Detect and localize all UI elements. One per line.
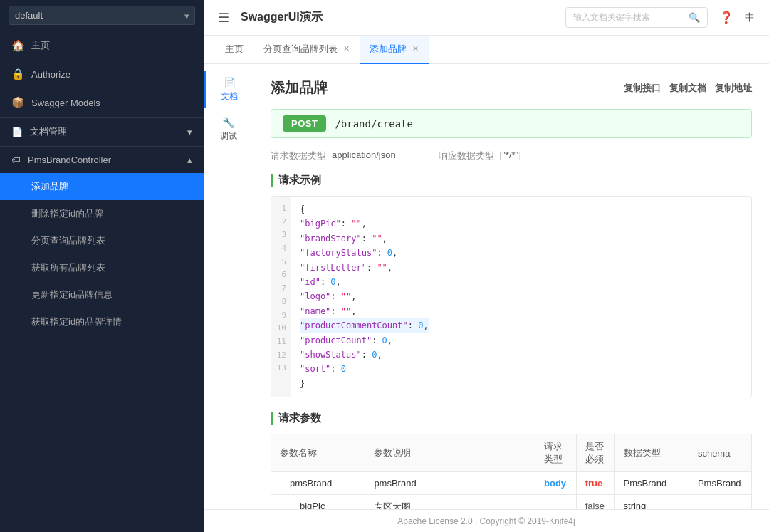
- pms-brand-left: 🏷 PmsBrandController: [11, 155, 111, 165]
- copy-doc-button[interactable]: 复制文档: [669, 82, 706, 95]
- tag-icon: 🏷: [11, 155, 21, 165]
- request-type-value: application/json: [332, 150, 396, 162]
- code-line: "productCommentCount": 0,: [300, 318, 429, 333]
- endpoint-bar: POST /brand/create: [271, 109, 752, 138]
- sidebar-sub-item-get-brand-detail[interactable]: 获取指定id的品牌详情: [0, 308, 204, 335]
- page-title-row: 添加品牌 复制接口 复制文档 复制地址: [271, 78, 752, 98]
- code-line: "name": "",: [300, 304, 429, 318]
- main-content: ☰ SwaggerUI演示 输入文档关键字搜索 🔍 ❓ 中 主页 分页查询品牌列…: [204, 0, 769, 532]
- param-req-type: body: [535, 472, 577, 495]
- sidebar-header: default: [0, 0, 204, 31]
- content-sidebar-doc[interactable]: 📄 文档: [204, 71, 253, 108]
- param-name: bigPic: [271, 495, 365, 509]
- line-num: 1: [276, 202, 286, 216]
- code-line: "logo": "",: [300, 289, 429, 303]
- line-numbers: 1 2 3 4 5 6 7 8 9 10 11 12 13: [271, 197, 291, 397]
- method-badge: POST: [283, 115, 326, 132]
- line-num: 13: [276, 362, 286, 375]
- endpoint-path: /brand/create: [335, 118, 413, 130]
- copy-api-button[interactable]: 复制接口: [624, 82, 661, 95]
- pms-brand-header[interactable]: 🏷 PmsBrandController ▴: [0, 147, 204, 173]
- package-icon: 📦: [11, 96, 24, 109]
- default-select[interactable]: default: [9, 6, 195, 25]
- lang-button[interactable]: 中: [745, 11, 755, 24]
- sidebar-sub-item-page-brand[interactable]: 分页查询品牌列表: [0, 227, 204, 254]
- sub-item-label: 获取指定id的品牌详情: [31, 316, 122, 327]
- response-type-value: ["*/*"]: [500, 150, 521, 162]
- code-line: "factoryStatus": 0,: [300, 246, 429, 260]
- params-table: 参数名称 参数说明 请求 类型 是否 必须 数据类型 schema −: [271, 434, 752, 509]
- doc-manage-left: 📄 文档管理: [11, 125, 67, 138]
- param-name: − pmsBrand: [271, 472, 365, 495]
- tab-close-icon[interactable]: ✕: [343, 44, 350, 53]
- lock-icon: 🔒: [11, 68, 24, 80]
- sidebar-sub-item-get-all-brand[interactable]: 获取所有品牌列表: [0, 254, 204, 281]
- sidebar-sub-item-update-brand[interactable]: 更新指定id品牌信息: [0, 281, 204, 308]
- tabs-bar: 主页 分页查询品牌列表 ✕ 添加品牌 ✕: [204, 36, 769, 64]
- code-block: 1 2 3 4 5 6 7 8 9 10 11 12 13: [271, 196, 752, 397]
- code-line: "bigPic": "",: [300, 217, 429, 231]
- sidebar-item-authorize[interactable]: 🔒 Authorize: [0, 60, 204, 88]
- sidebar-item-label: PmsBrandController: [28, 155, 111, 165]
- top-bar-right: 输入文档关键字搜索 🔍 ❓ 中: [565, 7, 755, 28]
- col-header-req-type: 请求 类型: [535, 434, 577, 472]
- example-section-title: 请求示例: [271, 174, 752, 187]
- content-sidebar-test[interactable]: 🔧 调试: [204, 111, 253, 148]
- help-icon[interactable]: ❓: [719, 11, 733, 24]
- line-num: 12: [276, 349, 286, 363]
- code-line: "brandStory": "",: [300, 231, 429, 246]
- sidebar-sub-item-delete-brand[interactable]: 删除指定id的品牌: [0, 200, 204, 227]
- tab-page-brand-list[interactable]: 分页查询品牌列表 ✕: [253, 36, 360, 64]
- tab-label: 分页查询品牌列表: [263, 43, 338, 56]
- search-box[interactable]: 输入文档关键字搜索 🔍: [565, 7, 708, 28]
- sidebar-item-label: Swagger Models: [31, 98, 100, 108]
- code-line: }: [300, 377, 429, 391]
- content-sidebar-label: 文档: [221, 90, 238, 103]
- select-wrap: default: [9, 6, 195, 25]
- menu-icon[interactable]: ☰: [218, 10, 229, 26]
- param-schema: PmsBrand: [689, 472, 751, 495]
- col-header-data-type: 数据类型: [614, 434, 689, 472]
- params-section-title: 请求参数: [271, 412, 752, 425]
- tab-add-brand[interactable]: 添加品牌 ✕: [360, 36, 429, 64]
- doc-manage-header[interactable]: 📄 文档管理 ▾: [0, 118, 204, 146]
- line-num: 9: [276, 309, 286, 323]
- sidebar-item-label: Authorize: [31, 69, 70, 80]
- param-schema: [689, 495, 751, 509]
- chevron-up-icon: ▴: [187, 155, 192, 165]
- table-row: bigPic 专区大图 false string: [271, 495, 752, 509]
- copy-url-button[interactable]: 复制地址: [715, 82, 752, 95]
- search-icon[interactable]: 🔍: [689, 12, 700, 23]
- param-name-text: pmsBrand: [290, 478, 332, 489]
- param-data-type: PmsBrand: [614, 472, 689, 495]
- sidebar-item-swagger-models[interactable]: 📦 Swagger Models: [0, 88, 204, 117]
- doc-icon: 📄: [11, 127, 23, 137]
- footer-text: Apache License 2.0 | Copyright © 2019-Kn…: [397, 516, 575, 526]
- required-badge: true: [585, 478, 603, 489]
- params-table-header-row: 参数名称 参数说明 请求 类型 是否 必须 数据类型 schema: [271, 434, 752, 472]
- line-num: 2: [276, 216, 286, 229]
- param-req-type: [535, 495, 577, 509]
- code-body: 1 2 3 4 5 6 7 8 9 10 11 12 13: [271, 197, 751, 397]
- param-desc: 专区大图: [365, 495, 535, 509]
- footer: Apache License 2.0 | Copyright © 2019-Kn…: [204, 509, 769, 532]
- tab-close-icon[interactable]: ✕: [412, 44, 419, 53]
- search-placeholder: 输入文档关键字搜索: [573, 11, 650, 24]
- code-line: "productCount": 0,: [300, 333, 429, 348]
- content-area: 📄 文档 🔧 调试 添加品牌 复制接口 复制文档 复制地址: [204, 64, 769, 509]
- doc-sidebar-icon: 📄: [224, 77, 236, 88]
- sub-item-label: 添加品牌: [31, 181, 68, 192]
- top-bar: ☰ SwaggerUI演示 输入文档关键字搜索 🔍 ❓ 中: [204, 0, 769, 36]
- line-num: 3: [276, 229, 286, 242]
- sidebar-item-home[interactable]: 🏠 主页: [0, 31, 204, 60]
- sub-item-label: 删除指定id的品牌: [31, 208, 103, 219]
- sub-item-label: 更新指定id品牌信息: [31, 289, 113, 300]
- tab-home[interactable]: 主页: [215, 36, 253, 64]
- test-sidebar-icon: 🔧: [222, 117, 234, 128]
- response-type-label: 响应数据类型: [439, 150, 494, 162]
- expand-button[interactable]: −: [280, 479, 284, 488]
- sidebar-sub-item-add-brand[interactable]: 添加品牌: [0, 173, 204, 200]
- doc-panel: 添加品牌 复制接口 复制文档 复制地址 POST /brand/create 请…: [253, 64, 769, 509]
- line-num: 6: [276, 268, 286, 282]
- line-num: 7: [276, 282, 286, 296]
